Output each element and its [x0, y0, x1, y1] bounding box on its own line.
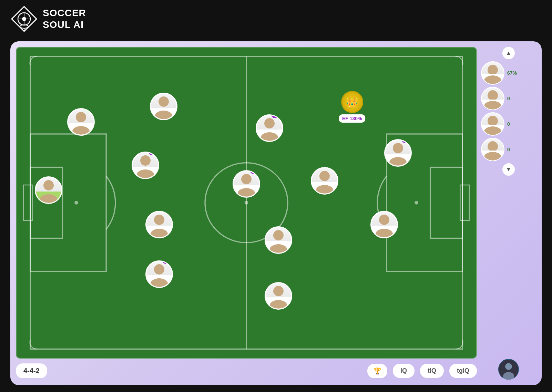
bottom-bar: 4-4-2 🏆 IQ tIQ tgIQ — [16, 362, 477, 380]
badge-coach: 78% — [83, 108, 95, 113]
sidebar-player-1-circle — [481, 61, 504, 85]
player-cam-top[interactable]: 107% — [256, 114, 283, 142]
player-rw[interactable]: 100% — [384, 139, 412, 167]
player-st-right[interactable]: 78% — [265, 282, 292, 310]
sidebar-player-4-circle — [481, 138, 504, 161]
svg-point-25 — [505, 363, 512, 370]
svg-point-2 — [22, 17, 26, 21]
player-gk[interactable]: 0 — [35, 176, 62, 204]
formation-label: 4-4-2 — [16, 363, 47, 378]
pitch-lines — [17, 48, 476, 358]
sidebar-badge-3: 0 — [507, 121, 510, 127]
svg-rect-18 — [460, 185, 469, 220]
ef-badge-container: 👑 EF 130% — [339, 91, 366, 123]
badge-cm-left: 120% — [149, 152, 159, 155]
sidebar-player-2[interactable]: 0 — [481, 87, 536, 110]
player-lb[interactable]: 289% — [145, 260, 173, 288]
sidebar-player-3-circle — [481, 112, 504, 136]
badge-st-right: 78% — [282, 282, 292, 286]
svg-point-20 — [415, 201, 418, 204]
main-card: 78% 0 107% — [10, 41, 542, 385]
player-cm-center[interactable]: 238% — [233, 170, 260, 198]
sidebar-badge-2: 0 — [507, 96, 510, 101]
sidebar-player-1[interactable]: 67% — [481, 61, 536, 85]
player-cm-right[interactable]: 47% — [311, 167, 338, 195]
badge-rw: 100% — [401, 139, 412, 143]
player-rm[interactable]: 7% — [370, 211, 398, 238]
pitch-container: 78% 0 107% — [16, 47, 477, 380]
trophy-button[interactable]: 🏆 — [367, 364, 387, 378]
tgiq-button[interactable]: tgIQ — [449, 364, 477, 378]
tiq-button[interactable]: tIQ — [420, 364, 444, 378]
svg-rect-15 — [23, 185, 33, 220]
player-cm-left[interactable]: 120% — [132, 152, 159, 179]
ef-badge-label: EF 130% — [339, 114, 366, 123]
sidebar-badge-1: 67% — [507, 70, 517, 76]
logo-icon — [10, 5, 38, 33]
logo-container: SOCCER SOUL AI — [10, 5, 86, 33]
header: SOCCER SOUL AI — [0, 0, 552, 38]
player-cb-left[interactable]: 0 — [150, 93, 177, 120]
badge-rm: 7% — [388, 211, 398, 215]
sidebar-scroll-up[interactable]: ▲ — [502, 47, 515, 59]
sidebar-player-2-circle — [481, 87, 504, 110]
player-cb-center[interactable]: 0 — [145, 211, 173, 238]
player-st-center[interactable]: 78% — [265, 226, 292, 254]
app-title: SOCCER SOUL AI — [43, 7, 86, 30]
badge-cam-top: 107% — [271, 114, 283, 118]
badge-lb: 289% — [162, 260, 173, 264]
sidebar-player-4[interactable]: 0 — [481, 138, 536, 161]
badge-st-center: 78% — [282, 226, 292, 230]
iq-button[interactable]: IQ — [393, 364, 415, 378]
svg-point-12 — [245, 201, 248, 204]
sidebar-scroll-down[interactable]: ▼ — [502, 163, 515, 176]
real-madrid-crest: 👑 — [341, 91, 363, 113]
sidebar: ▲ 67% 0 0 — [481, 47, 536, 380]
badge-cm-right: 47% — [328, 167, 338, 171]
badge-cm-center: 238% — [250, 170, 260, 174]
badge-cb-left: 0 — [172, 93, 177, 97]
svg-rect-9 — [30, 56, 462, 349]
sidebar-badge-4: 0 — [507, 147, 510, 152]
badge-gk: 0 — [57, 176, 62, 181]
sidebar-player-3[interactable]: 0 — [481, 112, 536, 136]
badge-cb-center: 0 — [167, 211, 173, 215]
svg-point-19 — [74, 201, 78, 204]
player-coach[interactable]: 78% — [67, 108, 95, 136]
svg-rect-17 — [430, 167, 462, 238]
user-avatar[interactable] — [498, 359, 519, 380]
football-pitch: 78% 0 107% — [16, 47, 477, 359]
